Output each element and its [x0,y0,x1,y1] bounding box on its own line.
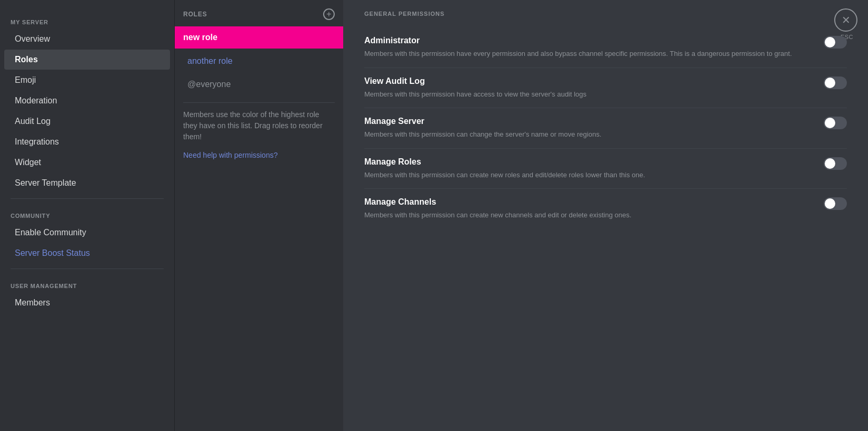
permission-name-manage-server: Manage Server [364,117,803,126]
permission-desc-view-audit-log: Members with this permission have access… [364,89,803,100]
toggle-wrapper-manage-channels [824,197,847,210]
sidebar-item-widget[interactable]: Widget [4,152,170,173]
sidebar-item-audit-log[interactable]: Audit Log [4,111,170,131]
permission-name-view-audit-log: View Audit Log [364,76,803,86]
role-item-new-role[interactable]: new role [175,26,343,49]
sidebar-section-my-server: MY SERVER [0,11,174,28]
toggle-wrapper-view-audit-log [824,76,847,89]
toggle-manage-channels[interactable] [824,197,847,210]
permission-row-manage-server: Manage Server Members with this permissi… [364,108,847,149]
permission-row-manage-channels: Manage Channels Members with this permis… [364,189,847,229]
toggle-administrator[interactable] [824,36,847,49]
sidebar-divider-1 [11,198,164,199]
permission-info-manage-roles: Manage Roles Members with this permissio… [364,157,824,180]
toggle-view-audit-log[interactable] [824,76,847,89]
permission-desc-manage-roles: Members with this permission can create … [364,170,803,180]
role-item-everyone[interactable]: @everyone [179,73,339,95]
sidebar-divider-2 [11,269,164,269]
permission-name-manage-roles: Manage Roles [364,157,803,167]
role-item-another-role[interactable]: another role [179,50,339,72]
permission-name-administrator: Administrator [364,36,803,45]
sidebar-item-enable-community[interactable]: Enable Community [4,223,170,243]
permission-desc-administrator: Members with this permission have every … [364,49,803,59]
permission-row-view-audit-log: View Audit Log Members with this permiss… [364,68,847,109]
plus-icon: + [326,10,331,18]
permission-info-view-audit-log: View Audit Log Members with this permiss… [364,76,824,100]
toggle-manage-roles[interactable] [824,157,847,170]
sidebar-item-roles[interactable]: Roles [4,50,170,70]
roles-help-link[interactable]: Need help with permissions? [175,151,343,159]
sidebar-item-integrations[interactable]: Integrations [4,132,170,152]
sidebar-item-server-template[interactable]: Server Template [4,173,170,193]
roles-divider [183,102,335,103]
sidebar: MY SERVER Overview Roles Emoji Moderatio… [0,0,174,431]
toggle-manage-server[interactable] [824,117,847,129]
permission-row-administrator: Administrator Members with this permissi… [364,27,847,68]
sidebar-item-server-boost-status[interactable]: Server Boost Status [4,243,170,263]
permission-desc-manage-channels: Members with this permission can create … [364,210,803,221]
permission-info-administrator: Administrator Members with this permissi… [364,36,824,59]
roles-panel: ROLES + new role another role @everyone … [174,0,343,431]
sidebar-item-emoji[interactable]: Emoji [4,70,170,90]
roles-hint: Members use the color of the highest rol… [175,109,343,142]
permission-info-manage-channels: Manage Channels Members with this permis… [364,197,824,221]
roles-header: ROLES + [175,8,343,26]
permission-row-manage-roles: Manage Roles Members with this permissio… [364,149,847,189]
toggle-wrapper-manage-server [824,117,847,129]
sidebar-item-overview[interactable]: Overview [4,29,170,49]
close-icon: ✕ [842,14,851,26]
permission-desc-manage-server: Members with this permission can change … [364,129,803,140]
permissions-panel: GENERAL PERMISSIONS ✕ ESC Administrator … [343,0,868,431]
roles-add-button[interactable]: + [323,8,335,20]
roles-title: ROLES [183,11,207,18]
close-button[interactable]: ✕ [834,8,857,32]
toggle-wrapper-administrator [824,36,847,49]
permission-name-manage-channels: Manage Channels [364,197,803,207]
sidebar-section-community: COMMUNITY [0,204,174,222]
sidebar-item-members[interactable]: Members [4,293,170,313]
permission-info-manage-server: Manage Server Members with this permissi… [364,117,824,140]
permissions-section-label: GENERAL PERMISSIONS [364,11,847,17]
sidebar-section-user-management: USER MANAGEMENT [0,274,174,292]
toggle-wrapper-manage-roles [824,157,847,170]
sidebar-item-moderation[interactable]: Moderation [4,91,170,111]
